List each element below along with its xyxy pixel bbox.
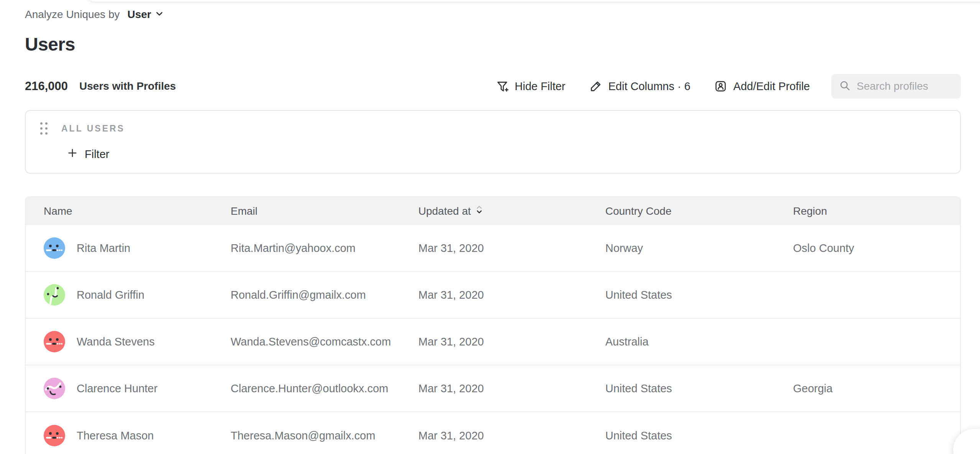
table-row[interactable]: Wanda Stevens Wanda.Stevens@comcastx.com…: [26, 319, 960, 365]
hide-filter-label: Hide Filter: [515, 80, 565, 93]
column-header-updated-at[interactable]: Updated at: [418, 205, 605, 217]
cell-name: Rita Martin: [26, 237, 231, 259]
toolbar: Hide Filter Edit Columns · 6: [472, 74, 961, 99]
table-row[interactable]: Ronald Griffin Ronald.Griffin@gmailx.com…: [26, 272, 960, 319]
column-header-email[interactable]: Email: [231, 205, 418, 217]
cell-region: Georgia: [793, 382, 960, 395]
table-row[interactable]: Theresa Mason Theresa.Mason@gmailx.com M…: [26, 412, 960, 454]
cell-name-text: Ronald Griffin: [77, 289, 144, 301]
user-avatar: [44, 237, 65, 259]
analyze-uniques-dropdown[interactable]: User: [127, 8, 163, 21]
user-avatar: [44, 284, 65, 306]
cell-name-text: Rita Martin: [77, 242, 130, 255]
cell-updated-at: Mar 31, 2020: [418, 242, 605, 255]
column-header-country-code[interactable]: Country Code: [605, 205, 793, 217]
cell-country-code: United States: [605, 289, 793, 301]
sort-desc-icon[interactable]: [475, 205, 483, 217]
add-filter-label: Filter: [85, 148, 109, 161]
analyze-uniques-row: Analyze Uniques by User: [25, 8, 164, 21]
table-row[interactable]: Clarence Hunter Clarence.Hunter@outlookx…: [26, 365, 960, 412]
cell-email: Wanda.Stevens@comcastx.com: [231, 336, 418, 348]
analyze-uniques-label: Analyze Uniques by: [25, 8, 120, 21]
cell-updated-at: Mar 31, 2020: [418, 289, 605, 301]
cell-country-code: United States: [605, 382, 793, 395]
filter-funnel-icon: [496, 80, 509, 93]
cell-name: Clarence Hunter: [26, 378, 231, 399]
cell-name: Ronald Griffin: [26, 284, 231, 306]
chevron-down-icon: [155, 8, 164, 21]
cell-name-text: Theresa Mason: [77, 429, 154, 442]
drag-handle-icon[interactable]: [40, 122, 48, 135]
analyze-uniques-value: User: [127, 8, 151, 21]
user-avatar: [44, 378, 65, 399]
users-table: Name Email Updated at Country Code Regio…: [25, 196, 961, 454]
profiles-count: 216,000: [25, 79, 68, 93]
cell-name: Wanda Stevens: [26, 331, 231, 352]
cell-country-code: Norway: [605, 242, 793, 255]
filter-group-label: ALL USERS: [61, 123, 125, 134]
cell-updated-at: Mar 31, 2020: [418, 336, 605, 348]
column-header-region[interactable]: Region: [793, 205, 960, 217]
user-avatar: [44, 331, 65, 352]
cell-email: Clarence.Hunter@outlookx.com: [231, 382, 418, 395]
table-body: Rita Martin Rita.Martin@yahoox.com Mar 3…: [26, 225, 960, 454]
cell-name-text: Clarence Hunter: [77, 382, 157, 395]
cell-updated-at: Mar 31, 2020: [418, 429, 605, 442]
search-profiles-input[interactable]: [857, 80, 953, 92]
plus-icon: [67, 148, 78, 161]
add-edit-profile-button[interactable]: Add/Edit Profile: [714, 80, 810, 93]
cell-email: Theresa.Mason@gmailx.com: [231, 429, 418, 442]
pencil-icon: [589, 80, 602, 93]
profiles-count-label: Users with Profiles: [79, 80, 176, 92]
cell-country-code: Australia: [605, 336, 793, 348]
cell-name-text: Wanda Stevens: [77, 336, 155, 348]
cell-country-code: United States: [605, 429, 793, 442]
cell-email: Rita.Martin@yahoox.com: [231, 242, 418, 255]
filter-panel: ALL USERS Filter: [25, 110, 961, 174]
search-icon: [839, 80, 851, 93]
cell-updated-at: Mar 31, 2020: [418, 382, 605, 395]
user-avatar: [44, 425, 65, 446]
users-page: Analyze Uniques by User Users 216,000 Us…: [0, 0, 980, 454]
table-row[interactable]: Rita Martin Rita.Martin@yahoox.com Mar 3…: [26, 225, 960, 272]
hide-filter-button[interactable]: Hide Filter: [496, 80, 565, 93]
edit-columns-label: Edit Columns · 6: [608, 80, 690, 93]
profile-card-icon: [714, 80, 727, 93]
page-title: Users: [25, 34, 75, 55]
column-header-name[interactable]: Name: [26, 205, 231, 217]
cell-email: Ronald.Griffin@gmailx.com: [231, 289, 418, 301]
stats-toolbar-row: 216,000 Users with Profiles Hide Filter: [25, 74, 961, 99]
cell-name: Theresa Mason: [26, 425, 231, 446]
add-edit-profile-label: Add/Edit Profile: [733, 80, 810, 93]
table-header: Name Email Updated at Country Code Regio…: [26, 197, 960, 225]
add-filter-button[interactable]: Filter: [67, 148, 109, 161]
cell-region: Oslo County: [793, 242, 960, 255]
edit-columns-button[interactable]: Edit Columns · 6: [589, 80, 690, 93]
search-profiles-box[interactable]: [831, 74, 961, 99]
